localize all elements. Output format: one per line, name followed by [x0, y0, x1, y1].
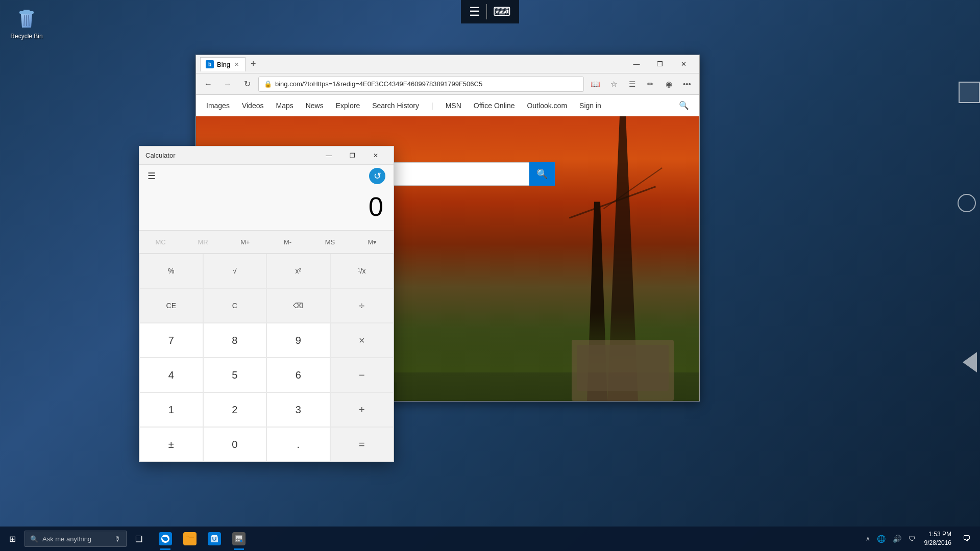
recycle-bin-svg [14, 6, 39, 31]
action-center-button[interactable]: 🗨 [958, 527, 976, 551]
taskbar-systray: ∧ 🌐 🔊 🛡 1:53 PM 9/28/2016 🗨 [864, 527, 980, 551]
keyboard-icon[interactable]: ⌨ [493, 5, 511, 19]
browser-nav-bar: Images Videos Maps News Explore Search H… [196, 95, 699, 116]
calc-memory-clear-button[interactable]: MC [139, 231, 182, 253]
browser-forward-button[interactable]: → [219, 76, 236, 92]
svg-rect-7 [211, 537, 218, 542]
calc-subtract-button[interactable]: − [330, 358, 394, 392]
top-bar-divider [486, 4, 487, 19]
systray-time-value: 1:53 PM [924, 530, 951, 539]
calc-memory-subtract-button[interactable]: M- [266, 231, 309, 253]
taskbar-edge-app[interactable] [153, 527, 178, 551]
taskbar-search-area[interactable]: 🔍 Ask me anything 🎙 [24, 531, 127, 547]
calc-8-button[interactable]: 8 [203, 323, 267, 358]
calculator-history-icon[interactable]: ↺ [369, 168, 385, 184]
calc-memory-add-button[interactable]: M+ [224, 231, 266, 253]
browser-toolbar: ← → ↻ 🔒 bing.com/?toHttps=1&redig=4E0F3C… [196, 73, 699, 95]
calculator-close-button[interactable]: ✕ [364, 146, 387, 165]
nav-link-videos[interactable]: Videos [242, 99, 264, 112]
calc-1-button[interactable]: 1 [139, 392, 203, 427]
calc-memory-dropdown-button[interactable]: M▾ [351, 231, 394, 253]
browser-new-tab-button[interactable]: + [248, 59, 259, 69]
nav-link-images[interactable]: Images [206, 99, 230, 112]
taskbar-mic-icon[interactable]: 🎙 [114, 535, 121, 543]
calc-7-button[interactable]: 7 [139, 323, 203, 358]
calc-5-button[interactable]: 5 [203, 358, 267, 392]
bing-search-button[interactable]: 🔍 [529, 162, 555, 186]
calc-0-button[interactable]: 0 [203, 427, 267, 462]
profile-button[interactable]: ◉ [660, 76, 677, 92]
calculator-body: ☰ ↺ 0 MC MR M+ M- MS M▾ % √ x² ¹/x CE C … [139, 165, 394, 462]
hamburger-menu-icon[interactable]: ☰ [469, 5, 480, 19]
calc-2-button[interactable]: 2 [203, 392, 267, 427]
recycle-bin-icon[interactable]: Recycle Bin [3, 6, 51, 40]
systray-sound-icon[interactable]: 🔊 [890, 535, 904, 543]
calc-clear-entry-button[interactable]: CE [139, 288, 203, 323]
web-note-button[interactable]: ✏ [642, 76, 658, 92]
browser-maximize-button[interactable]: ❐ [648, 55, 672, 73]
systray-network-icon[interactable]: 🌐 [874, 535, 888, 543]
systray-security-icon[interactable]: 🛡 [906, 535, 918, 543]
browser-tab-bing[interactable]: b Bing ✕ [200, 57, 246, 71]
favorites-button[interactable]: ☆ [605, 76, 622, 92]
address-bar-url: bing.com/?toHttps=1&redig=4E0F3CC4349F46… [275, 80, 578, 88]
nav-link-news[interactable]: News [306, 99, 324, 112]
calc-memory-recall-button[interactable]: MR [182, 231, 224, 253]
calc-6-button[interactable]: 6 [266, 358, 330, 392]
address-bar[interactable]: 🔒 bing.com/?toHttps=1&redig=4E0F3CC4349F… [258, 77, 584, 92]
reading-view-button[interactable]: 📖 [587, 76, 603, 92]
recycle-bin-label: Recycle Bin [10, 33, 42, 40]
right-shape-circle [958, 194, 976, 212]
more-button[interactable]: ••• [679, 76, 695, 92]
browser-close-button[interactable]: ✕ [672, 55, 695, 73]
calc-percent-button[interactable]: % [139, 254, 203, 288]
browser-back-button[interactable]: ← [200, 76, 216, 92]
hub-button[interactable]: ☰ [624, 76, 640, 92]
calc-square-button[interactable]: x² [266, 254, 330, 288]
nav-separator: | [431, 102, 433, 110]
calc-clear-button[interactable]: C [203, 288, 267, 323]
calc-3-button[interactable]: 3 [266, 392, 330, 427]
nav-link-msn[interactable]: MSN [446, 99, 461, 112]
nav-link-outlook[interactable]: Outlook.com [527, 99, 567, 112]
taskbar-store-app[interactable] [202, 527, 227, 551]
calculator-title: Calculator [145, 152, 317, 159]
taskbar-calc-app[interactable] [227, 527, 251, 551]
task-view-button[interactable]: ❑ [127, 527, 151, 551]
browser-titlebar: b Bing ✕ + — ❐ ✕ [196, 55, 699, 73]
browser-nav-search-icon[interactable]: 🔍 [679, 101, 689, 110]
systray-expand-chevron[interactable]: ∧ [864, 535, 872, 542]
nav-link-office-online[interactable]: Office Online [474, 99, 515, 112]
calculator-taskbar-icon [232, 532, 246, 545]
calculator-menu-icon[interactable]: ☰ [148, 170, 156, 182]
browser-window-controls: — ❐ ✕ [625, 55, 695, 73]
browser-tab-close[interactable]: ✕ [233, 61, 240, 68]
calc-multiply-button[interactable]: × [330, 323, 394, 358]
start-button[interactable]: ⊞ [0, 527, 24, 551]
taskbar-explorer-app[interactable] [178, 527, 202, 551]
explorer-icon [183, 532, 197, 545]
browser-refresh-button[interactable]: ↻ [239, 76, 255, 92]
calc-backspace-button[interactable]: ⌫ [266, 288, 330, 323]
calc-decimal-button[interactable]: . [266, 427, 330, 462]
calculator-minimize-button[interactable]: — [317, 146, 340, 165]
calc-divide-button[interactable]: ÷ [330, 288, 394, 323]
browser-tab-label: Bing [217, 61, 230, 68]
calc-equals-button[interactable]: = [330, 427, 394, 462]
calc-reciprocal-button[interactable]: ¹/x [330, 254, 394, 288]
calc-9-button[interactable]: 9 [266, 323, 330, 358]
calculator-maximize-button[interactable]: ❐ [340, 146, 364, 165]
systray-clock[interactable]: 1:53 PM 9/28/2016 [920, 530, 955, 547]
calculator-buttons: % √ x² ¹/x CE C ⌫ ÷ 7 8 9 × 4 5 6 − 1 2 … [139, 254, 394, 462]
browser-minimize-button[interactable]: — [625, 55, 648, 73]
calc-sqrt-button[interactable]: √ [203, 254, 267, 288]
calc-memory-store-button[interactable]: MS [309, 231, 351, 253]
store-icon [208, 532, 221, 545]
nav-link-explore[interactable]: Explore [336, 99, 360, 112]
calc-4-button[interactable]: 4 [139, 358, 203, 392]
nav-link-search-history[interactable]: Search History [372, 99, 419, 112]
nav-link-maps[interactable]: Maps [276, 99, 293, 112]
nav-link-signin[interactable]: Sign in [579, 99, 601, 112]
calc-negate-button[interactable]: ± [139, 427, 203, 462]
calc-add-button[interactable]: + [330, 392, 394, 427]
